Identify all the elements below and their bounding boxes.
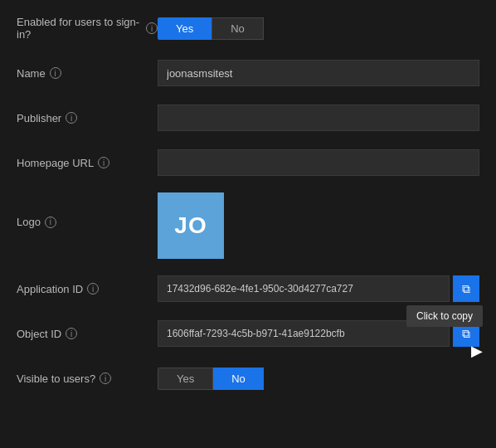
homepage-input[interactable] (158, 149, 479, 176)
logo-container: JO (158, 192, 479, 259)
publisher-label-text: Publisher (17, 112, 61, 124)
enabled-row: Enabled for users to sign-in? i Yes No (17, 13, 479, 43)
visible-toggle: Yes No (158, 368, 479, 390)
visible-info-icon[interactable]: i (100, 373, 111, 384)
publisher-info-icon[interactable]: i (66, 112, 77, 124)
logo-info-icon[interactable]: i (45, 217, 56, 228)
homepage-label: Homepage URL i (17, 157, 158, 169)
name-input-container (158, 60, 479, 86)
application-id-info-icon[interactable]: i (87, 283, 99, 295)
homepage-input-container (158, 149, 479, 176)
logo-label: Logo i (17, 192, 158, 228)
form-container: Enabled for users to sign-in? i Yes No N… (0, 0, 496, 421)
name-row: Name i (17, 58, 479, 88)
object-id-label-text: Object ID (17, 328, 61, 340)
homepage-row: Homepage URL i (17, 148, 479, 178)
logo-label-text: Logo (17, 216, 41, 228)
name-label-text: Name (17, 67, 46, 80)
copy-tooltip: Click to copy (406, 305, 483, 327)
publisher-input[interactable] (158, 105, 479, 131)
object-id-label: Object ID i (17, 328, 158, 340)
logo-box[interactable]: JO (158, 192, 224, 259)
application-id-id-row: ⧉ Click to copy (158, 275, 479, 302)
visible-label-text: Visible to users? (17, 373, 95, 385)
name-input[interactable] (158, 60, 479, 86)
application-id-row: Application ID i ⧉ Click to copy (17, 274, 479, 304)
enabled-info-icon[interactable]: i (146, 22, 158, 34)
visible-label: Visible to users? i (17, 373, 158, 385)
enabled-label-text: Enabled for users to sign-in? (17, 16, 142, 41)
visible-no-button[interactable]: No (213, 368, 264, 390)
enabled-yes-button[interactable]: Yes (158, 17, 212, 40)
visible-yes-button[interactable]: Yes (158, 368, 213, 390)
name-label: Name i (17, 67, 158, 80)
publisher-label: Publisher i (17, 112, 158, 124)
object-id-copy-icon: ⧉ (462, 327, 470, 341)
object-id-info-icon[interactable]: i (66, 328, 77, 339)
enabled-toggle: Yes No (158, 17, 479, 40)
homepage-label-text: Homepage URL (17, 157, 94, 169)
name-info-icon[interactable]: i (50, 67, 61, 79)
logo-row: Logo i JO (17, 192, 479, 259)
publisher-input-container (158, 105, 479, 131)
application-id-copy-button[interactable]: ⧉ (453, 275, 479, 302)
visible-toggle-group: Yes No (158, 368, 479, 390)
homepage-info-icon[interactable]: i (98, 157, 109, 168)
publisher-row: Publisher i (17, 103, 479, 133)
visible-row: Visible to users? i Yes No (17, 363, 479, 393)
enabled-toggle-group: Yes No (158, 17, 479, 40)
application-id-container: ⧉ Click to copy (158, 275, 479, 302)
enabled-no-button[interactable]: No (212, 17, 264, 40)
application-id-input[interactable] (158, 275, 450, 302)
application-id-label-text: Application ID (17, 283, 83, 295)
enabled-label: Enabled for users to sign-in? i (17, 16, 158, 41)
application-id-label: Application ID i (17, 283, 158, 295)
copy-icon: ⧉ (462, 282, 470, 296)
logo-initials: JO (174, 212, 207, 239)
cursor-icon: ▶ (471, 342, 483, 360)
